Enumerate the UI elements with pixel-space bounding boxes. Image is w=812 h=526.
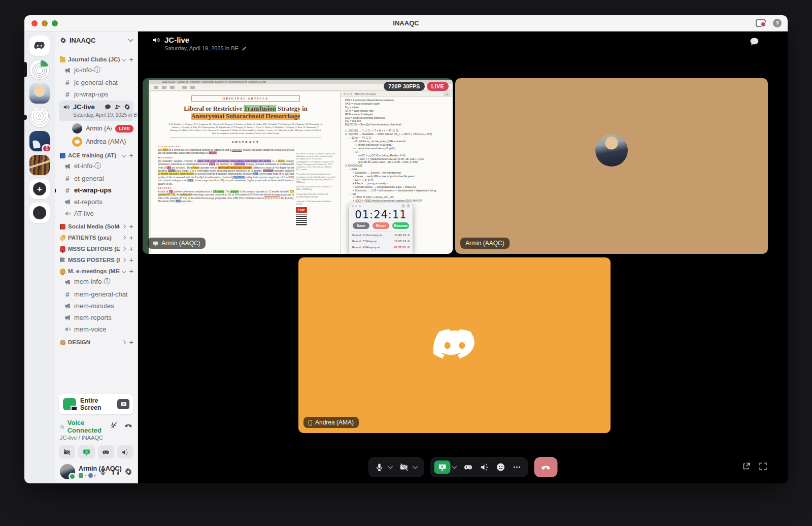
add-channel-button[interactable]	[129, 340, 133, 345]
camera-off-button[interactable]	[59, 445, 75, 458]
disconnect-call-icon[interactable]	[124, 421, 132, 429]
activities-button[interactable]	[461, 460, 476, 474]
screen-share-options-chevron-icon[interactable]	[452, 464, 457, 469]
server-icon[interactable]	[29, 155, 50, 175]
mobile-device-icon	[309, 420, 312, 425]
voice-member-row[interactable]: Andrea (AMA)	[59, 135, 134, 148]
deafen-icon[interactable]	[112, 468, 120, 476]
channel-row[interactable]: et-wrap-ups	[59, 184, 134, 196]
voice-member-row[interactable]: Armin (AA... LIVE	[59, 122, 134, 135]
screen-share-button[interactable]	[78, 445, 94, 458]
category-emoji-icon	[60, 340, 65, 345]
server-icon[interactable]: 1	[29, 131, 50, 151]
camera-off-button[interactable]	[397, 460, 412, 474]
user-settings-icon[interactable]	[124, 468, 132, 476]
microphone-button[interactable]	[373, 460, 387, 474]
channel-type-icon	[64, 210, 71, 217]
add-channel-button[interactable]	[129, 246, 133, 251]
reactions-button[interactable]	[494, 460, 508, 474]
server-icon[interactable]	[29, 83, 50, 104]
soundboard-button[interactable]	[478, 460, 492, 474]
timer-rounds: Round: 6 Summary wi... 10:40:74 Round: 5…	[349, 232, 413, 250]
add-channel-button[interactable]	[129, 57, 133, 62]
invite-members-icon[interactable]	[114, 104, 121, 110]
server-name: INAAQC	[70, 37, 126, 44]
channel-type-icon	[64, 278, 71, 285]
speaker-icon	[63, 104, 70, 111]
edit-pencil-icon[interactable]	[242, 46, 247, 51]
channel-row[interactable]: mem-minutes	[59, 300, 134, 312]
channel-row[interactable]: mem-info-ⓘ	[59, 275, 134, 288]
voice-channel-jc-live[interactable]: JC-live Saturday, April 19, 2025 in BE	[59, 101, 133, 121]
category-row[interactable]: PATIENTS (pxs)	[59, 234, 134, 242]
add-channel-button[interactable]	[129, 153, 133, 158]
server-icon[interactable]	[29, 107, 50, 127]
server-icon[interactable]	[29, 179, 50, 199]
channel-row[interactable]: AT-live	[59, 208, 134, 219]
screen-recording-indicator-icon[interactable]	[756, 19, 766, 27]
category-row[interactable]: M. e-meetings (MEM)	[59, 267, 134, 275]
window-title: INAAQC	[24, 19, 788, 27]
server-icon[interactable]	[29, 203, 50, 223]
channel-row[interactable]: jc-wrap-ups	[59, 88, 134, 100]
camera-options-chevron-icon[interactable]	[413, 464, 418, 469]
category-row[interactable]: ACE training (AT)	[59, 151, 134, 159]
open-chat-icon[interactable]	[750, 37, 759, 48]
server-icon[interactable]	[29, 59, 50, 80]
stream-thumbnail-icon	[63, 398, 76, 410]
paper-authors: S.W. English, A. Delaney, D.A. Fergusson…	[168, 123, 323, 135]
category-row[interactable]: Social Media (SoMe)	[59, 222, 134, 231]
category-emoji-icon	[60, 257, 65, 263]
category-row[interactable]: MSSG POSTERS (P)	[59, 256, 134, 264]
add-channel-button[interactable]	[129, 235, 133, 240]
timer-overlay: ‹× 01:24:11 Save Reset Resume Round: 6 S…	[349, 203, 413, 254]
channel-row[interactable]: mem-general-chat	[59, 288, 134, 300]
popout-icon[interactable]	[742, 462, 751, 471]
server-header[interactable]: INAAQC	[55, 31, 138, 49]
avatar-tile-andrea[interactable]: Andrea (AMA)	[298, 257, 611, 433]
signal-icon	[60, 423, 65, 430]
user-avatar[interactable]	[60, 464, 75, 479]
noise-suppression-icon[interactable]	[110, 421, 118, 429]
stream-preview-card[interactable]: Entire Screen	[59, 394, 133, 414]
server-icon[interactable]	[29, 36, 50, 56]
chevron-icon	[122, 341, 125, 344]
margin-column: The authors' full names, academic degree…	[296, 152, 335, 225]
leave-call-button[interactable]	[534, 457, 558, 477]
jc-channels: jc-info-ⓘ jc-general-chat	[59, 63, 134, 100]
soundboard-button[interactable]	[117, 445, 133, 458]
add-channel-button[interactable]	[129, 224, 133, 229]
channel-settings-icon[interactable]	[124, 104, 130, 110]
edit-pencil-icon	[408, 234, 410, 236]
user-info[interactable]: Armin (AAQC) • go, go, gooo!	[79, 465, 95, 478]
category-row[interactable]: MSSG EDITORS (E)	[59, 245, 134, 253]
channel-row[interactable]: mem-reports	[59, 312, 134, 323]
screen-share-tile[interactable]: 720P 30FPS LIVE 2025 NEJM - Liberal or R…	[143, 78, 453, 254]
screen-share-active-button[interactable]	[434, 461, 451, 474]
help-icon[interactable]	[773, 19, 782, 27]
category-row[interactable]: DESIGN	[59, 338, 134, 346]
username: Armin (AAQC)	[79, 465, 95, 472]
add-channel-button[interactable]	[129, 269, 133, 274]
channel-row[interactable]: et-reports	[59, 196, 134, 208]
fullscreen-icon[interactable]	[759, 462, 767, 471]
channel-row[interactable]: jc-general-chat	[59, 77, 134, 88]
stream-label: Armin (AAQC)	[148, 238, 206, 249]
activities-button[interactable]	[98, 445, 114, 458]
timer-display: 01:24:11	[349, 209, 413, 221]
channel-type-icon	[64, 67, 71, 74]
open-chat-icon[interactable]	[105, 104, 111, 110]
article-kicker: ORIGINAL ARTICLE	[191, 95, 300, 102]
channel-row[interactable]: et-general	[59, 173, 134, 184]
abstract-heading: ABSTRACT	[158, 140, 333, 144]
stop-streaming-button[interactable]	[117, 399, 129, 409]
channel-row[interactable]: mem-voice	[59, 323, 134, 335]
channel-row[interactable]: et-info-ⓘ	[59, 159, 134, 173]
channel-row[interactable]: jc-info-ⓘ	[59, 63, 134, 77]
camera-tile-armin[interactable]: Armin (AAQC)	[455, 78, 768, 254]
category-journal-clubs[interactable]: Journal Clubs (JC)	[59, 55, 134, 63]
add-channel-button[interactable]	[129, 257, 133, 262]
more-options-button[interactable]	[510, 460, 524, 474]
mute-microphone-icon[interactable]	[99, 468, 107, 476]
microphone-options-chevron-icon[interactable]	[388, 464, 393, 469]
